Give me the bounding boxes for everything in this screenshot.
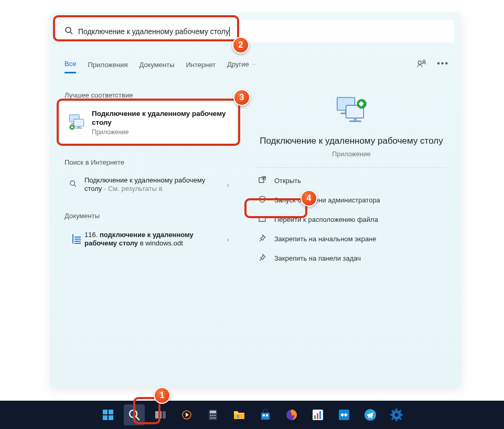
- svg-rect-20: [259, 178, 264, 183]
- windows-icon: [102, 409, 114, 421]
- svg-rect-23: [109, 410, 113, 414]
- svg-rect-8: [78, 126, 80, 128]
- svg-point-34: [210, 415, 211, 416]
- separator: [256, 167, 446, 168]
- svg-rect-21: [261, 198, 263, 200]
- web-result-text: Подключение к удаленному рабочему столу …: [84, 176, 221, 194]
- detail-title: Подключение к удаленному рабочему столу: [249, 135, 454, 147]
- firefox-button[interactable]: [281, 404, 302, 425]
- svg-line-60: [392, 417, 394, 420]
- svg-point-38: [212, 417, 213, 419]
- search-icon: [68, 180, 78, 189]
- task-view-button[interactable]: [150, 404, 171, 425]
- telegram-icon: [364, 409, 377, 421]
- chevron-right-icon: ›: [227, 235, 229, 243]
- explorer-button[interactable]: [229, 404, 250, 425]
- folder-icon: [258, 215, 267, 224]
- search-button[interactable]: [124, 404, 145, 425]
- svg-rect-46: [314, 415, 316, 419]
- svg-rect-43: [266, 414, 268, 416]
- svg-rect-42: [263, 414, 265, 416]
- detail-subtitle: Приложение: [249, 151, 454, 158]
- settings-button[interactable]: [386, 404, 407, 425]
- double-arrow-icon: [338, 409, 350, 421]
- action-open[interactable]: Открыть: [253, 171, 449, 190]
- svg-rect-24: [103, 415, 108, 420]
- filter-tabs: Все Приложения Документы Интернет Другие…: [65, 60, 256, 73]
- svg-point-39: [214, 417, 216, 419]
- search-panel: Подключение к удаленному рабочему столу …: [50, 13, 462, 388]
- tab-docs[interactable]: Документы: [139, 61, 174, 73]
- detail-pane: Подключение к удаленному рабочему столу …: [249, 91, 454, 268]
- web-result[interactable]: Подключение к удаленному рабочему столу …: [60, 170, 237, 199]
- svg-rect-17: [354, 118, 357, 121]
- svg-line-58: [399, 417, 401, 420]
- task-view-icon: [154, 409, 167, 421]
- svg-line-57: [392, 410, 394, 412]
- open-icon: [258, 176, 267, 185]
- teamviewer-button[interactable]: [334, 404, 355, 425]
- svg-point-26: [130, 410, 137, 417]
- start-button[interactable]: [98, 404, 119, 425]
- svg-point-3: [423, 60, 425, 62]
- svg-rect-29: [163, 411, 166, 419]
- svg-rect-28: [155, 411, 162, 419]
- document-result[interactable]: 116. подключение к удаленному рабочему с…: [60, 224, 237, 254]
- rdp-app-icon: [68, 114, 85, 132]
- tab-all[interactable]: Все: [65, 60, 76, 73]
- play-circle-icon: [180, 409, 193, 421]
- document-result-text: 116. подключение к удаленному рабочему с…: [84, 231, 221, 248]
- svg-point-0: [66, 27, 71, 33]
- svg-rect-33: [210, 411, 216, 413]
- best-match-title: Подключение к удаленному рабочему столу: [92, 110, 229, 127]
- svg-rect-9: [76, 127, 82, 128]
- account-icon[interactable]: [417, 59, 426, 70]
- pin-icon: [258, 254, 267, 263]
- svg-line-59: [399, 410, 401, 412]
- calculator-button[interactable]: [202, 404, 223, 425]
- gear-icon: [390, 409, 403, 421]
- action-pin-taskbar[interactable]: Закрепить на панели задач: [253, 249, 449, 268]
- action-list: Открыть Запуск от имени администратора П…: [249, 171, 454, 268]
- action-pin-start[interactable]: Закрепить на начальном экране: [253, 229, 449, 249]
- svg-rect-47: [317, 413, 318, 419]
- best-match-subtitle: Приложение: [92, 128, 229, 136]
- store-button[interactable]: [255, 404, 276, 425]
- action-run-as-admin[interactable]: Запуск от имени администратора: [253, 190, 449, 210]
- search-icon: [65, 26, 73, 37]
- header-actions: •••: [417, 59, 449, 70]
- svg-rect-22: [103, 410, 108, 414]
- taskbar: [0, 401, 504, 429]
- tab-apps[interactable]: Приложения: [88, 61, 127, 73]
- svg-point-11: [70, 181, 75, 186]
- chart-app-button[interactable]: [307, 404, 328, 425]
- chart-icon: [312, 409, 324, 421]
- svg-rect-41: [237, 415, 239, 418]
- svg-line-12: [74, 185, 77, 187]
- tab-more[interactable]: Другие ﹀: [227, 60, 256, 73]
- svg-rect-18: [349, 121, 361, 122]
- svg-point-35: [212, 415, 213, 416]
- media-player-button[interactable]: [176, 404, 197, 425]
- web-section-label: Поиск в Интернете: [65, 158, 124, 166]
- text-cursor: [229, 27, 230, 36]
- tab-web[interactable]: Интернет: [186, 61, 216, 73]
- svg-point-52: [394, 413, 398, 417]
- svg-rect-7: [74, 119, 84, 126]
- action-open-location[interactable]: Перейти к расположению файла: [253, 210, 449, 229]
- docs-section-label: Документы: [65, 212, 100, 220]
- search-text: Подключение к удаленному рабочему столу: [78, 27, 229, 36]
- store-icon: [259, 409, 272, 421]
- chevron-down-icon: ﹀: [251, 62, 257, 68]
- best-match-result[interactable]: Подключение к удаленному рабочему столу …: [60, 102, 237, 144]
- document-icon: [68, 234, 78, 244]
- svg-point-37: [210, 417, 211, 419]
- telegram-button[interactable]: [360, 404, 381, 425]
- svg-rect-48: [319, 411, 321, 419]
- svg-line-1: [70, 32, 72, 34]
- search-input-box[interactable]: Подключение к удаленному рабочему столу: [57, 20, 454, 43]
- svg-point-36: [214, 415, 216, 416]
- rdp-large-icon: [334, 96, 369, 126]
- folder-icon: [233, 409, 245, 421]
- more-icon[interactable]: •••: [437, 59, 449, 70]
